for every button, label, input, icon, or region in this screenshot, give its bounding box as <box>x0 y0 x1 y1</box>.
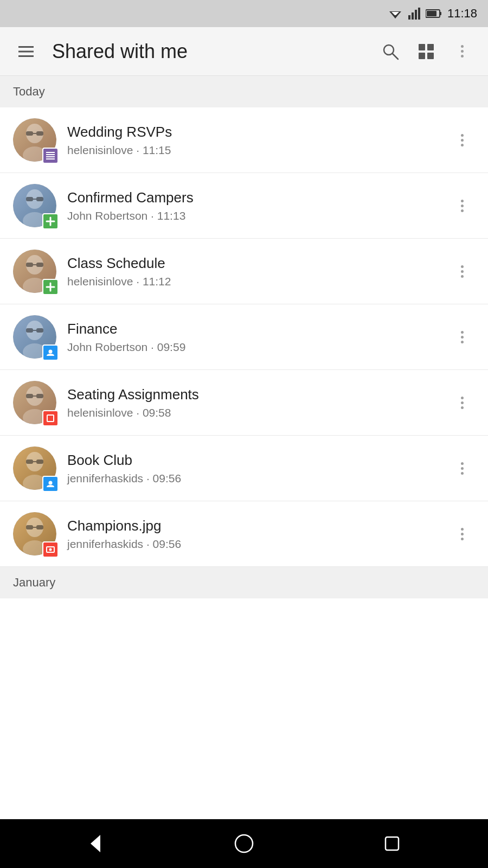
svg-rect-76 <box>36 525 43 529</box>
svg-marker-81 <box>91 835 100 852</box>
svg-point-82 <box>235 835 253 852</box>
back-icon <box>85 833 107 854</box>
svg-rect-51 <box>26 328 33 333</box>
item-more-button[interactable] <box>449 127 475 153</box>
search-icon <box>382 43 399 60</box>
grid-icon <box>418 43 435 60</box>
file-type-badge <box>42 541 59 558</box>
item-info: Seating Assignments helenisinlove · 09:5… <box>67 386 449 419</box>
svg-point-71 <box>49 481 53 485</box>
item-meta: John Robertson · 11:13 <box>67 209 449 222</box>
file-type-badge <box>42 344 59 361</box>
status-time: 11:18 <box>447 7 477 21</box>
item-more-button[interactable] <box>449 324 475 350</box>
svg-rect-6 <box>418 8 420 20</box>
svg-rect-9 <box>427 11 436 16</box>
svg-rect-68 <box>36 459 43 464</box>
item-more-button[interactable] <box>449 258 475 284</box>
more-vert-icon <box>461 45 464 58</box>
item-info: Book Club jenniferhaskids · 09:56 <box>67 452 449 485</box>
item-more-button[interactable] <box>449 521 475 547</box>
home-button[interactable] <box>225 825 263 863</box>
svg-rect-42 <box>26 263 33 267</box>
item-info: Wedding RSVPs helenisinlove · 11:15 <box>67 124 449 157</box>
status-icons: 11:18 <box>388 7 477 21</box>
svg-rect-10 <box>18 46 34 48</box>
svg-rect-29 <box>46 158 55 159</box>
list-item[interactable]: Wedding RSVPs helenisinlove · 11:15 <box>0 107 488 173</box>
svg-rect-43 <box>36 263 43 267</box>
file-type-badge <box>42 148 59 164</box>
item-more-button[interactable] <box>449 455 475 481</box>
svg-rect-34 <box>36 197 43 201</box>
list-item[interactable]: Seating Assignments helenisinlove · 09:5… <box>0 370 488 436</box>
svg-rect-4 <box>412 12 414 20</box>
item-title: Book Club <box>67 452 449 469</box>
file-type-badge <box>42 476 59 492</box>
avatar-container <box>13 184 56 227</box>
nav-bar <box>0 819 488 868</box>
more-vert-icon <box>461 331 464 343</box>
menu-button[interactable] <box>11 36 41 67</box>
item-title: Seating Assignments <box>67 386 449 403</box>
item-meta: helenisinlove · 11:12 <box>67 275 449 288</box>
svg-rect-59 <box>26 394 33 398</box>
svg-rect-15 <box>419 44 425 50</box>
list-item[interactable]: Finance John Robertson · 09:59 <box>0 304 488 370</box>
file-type-badge <box>42 279 59 295</box>
home-icon <box>233 833 255 854</box>
back-button[interactable] <box>77 825 115 863</box>
item-title: Finance <box>67 321 449 337</box>
avatar-container <box>13 250 56 293</box>
svg-rect-83 <box>386 837 399 850</box>
svg-rect-60 <box>36 394 43 398</box>
search-button[interactable] <box>375 36 406 67</box>
svg-rect-16 <box>427 44 434 50</box>
avatar-container <box>13 315 56 359</box>
item-title: Champions.jpg <box>67 518 449 534</box>
list-item[interactable]: Champions.jpg jenniferhaskids · 09:56 <box>0 501 488 567</box>
signal-icon <box>408 8 420 20</box>
item-info: Confirmed Campers John Robertson · 11:13 <box>67 189 449 222</box>
list-item[interactable]: Confirmed Campers John Robertson · 11:13 <box>0 173 488 239</box>
avatar-container <box>13 381 56 424</box>
app-bar-actions <box>375 36 477 67</box>
more-vert-icon <box>461 200 464 212</box>
svg-rect-67 <box>26 459 33 464</box>
file-type-badge <box>42 410 59 426</box>
status-bar: 11:18 <box>0 0 488 27</box>
recent-icon <box>381 833 403 854</box>
item-title: Wedding RSVPs <box>67 124 449 141</box>
section-header-today: Today <box>0 76 488 107</box>
battery-icon <box>426 9 442 18</box>
grid-view-button[interactable] <box>411 36 441 67</box>
svg-point-80 <box>49 548 52 551</box>
svg-rect-5 <box>415 10 417 20</box>
items-container: Wedding RSVPs helenisinlove · 11:15 <box>0 107 488 567</box>
svg-line-14 <box>393 54 398 59</box>
svg-rect-28 <box>46 156 55 157</box>
more-vert-icon <box>461 265 464 278</box>
avatar-container <box>13 512 56 556</box>
item-info: Finance John Robertson · 09:59 <box>67 321 449 354</box>
svg-rect-23 <box>36 131 43 136</box>
page-title: Shared with me <box>52 40 375 63</box>
svg-rect-52 <box>36 328 43 333</box>
recents-button[interactable] <box>373 825 411 863</box>
list-item[interactable]: Class Schedule helenisinlove · 11:12 <box>0 239 488 304</box>
item-meta: jenniferhaskids · 09:56 <box>67 472 449 485</box>
svg-rect-12 <box>18 55 34 57</box>
item-meta: John Robertson · 09:59 <box>67 341 449 354</box>
item-meta: helenisinlove · 09:58 <box>67 406 449 419</box>
item-more-button[interactable] <box>449 193 475 219</box>
list-item[interactable]: Book Club jenniferhaskids · 09:56 <box>0 436 488 501</box>
avatar-container <box>13 118 56 162</box>
item-more-button[interactable] <box>449 390 475 416</box>
svg-rect-63 <box>47 415 54 422</box>
svg-rect-3 <box>408 15 410 20</box>
svg-point-55 <box>49 350 53 354</box>
item-meta: jenniferhaskids · 09:56 <box>67 538 449 551</box>
svg-rect-27 <box>46 154 55 155</box>
more-vert-icon <box>461 462 464 475</box>
overflow-menu-button[interactable] <box>447 36 477 67</box>
